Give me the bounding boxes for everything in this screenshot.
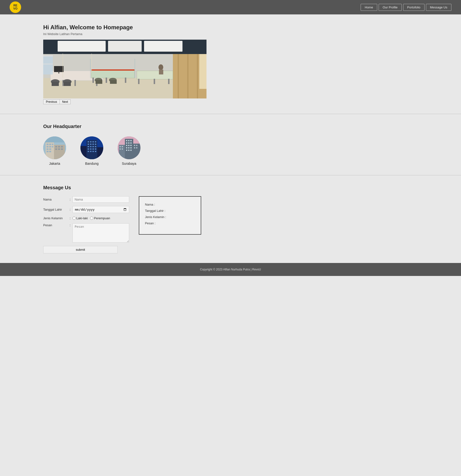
svg-rect-59 [49,151,51,152]
svg-rect-103 [126,145,127,146]
svg-rect-58 [47,151,49,152]
form-row-pesan: Pesan : [43,223,129,243]
hq-title: Our Headquarter [43,124,418,129]
svg-rect-30 [110,80,117,84]
svg-rect-120 [134,147,135,148]
carousel-image [43,40,207,98]
svg-rect-24 [106,77,107,83]
svg-rect-109 [126,150,127,151]
svg-rect-22 [91,70,134,78]
svg-rect-111 [130,150,132,151]
svg-rect-26 [91,69,134,71]
city-jakarta: Jakarta [43,136,66,165]
svg-rect-75 [88,144,89,145]
svg-rect-85 [92,148,94,150]
svg-rect-114 [120,146,121,147]
svg-rect-4 [144,41,183,52]
svg-rect-97 [126,140,127,141]
tanggal-colon: : [70,208,71,211]
carousel: Previous Next [43,40,207,104]
svg-rect-121 [136,147,137,148]
svg-rect-99 [130,140,132,141]
svg-rect-91 [80,146,86,159]
message-section: Message Us Nama : Tanggal Lahir : Jenis … [0,175,461,263]
laki-laki-radio[interactable] [73,217,76,220]
svg-rect-33 [154,79,155,84]
svg-rect-17 [52,82,59,86]
preview-pesan-label: Pesan : [145,220,195,227]
laki-laki-option[interactable]: Laki-laki [73,216,88,220]
carousel-prev-button[interactable]: Previous [43,99,60,104]
svg-rect-101 [128,142,129,144]
svg-rect-20 [54,66,64,72]
svg-rect-104 [128,145,129,146]
perempuan-radio[interactable] [90,217,93,220]
pesan-label: Pesan [43,223,70,227]
svg-rect-102 [130,142,132,144]
page-subtitle: Ini Website Latihan Pertama [43,32,418,36]
pesan-colon: : [70,223,71,227]
nama-input[interactable] [73,196,129,203]
svg-rect-3 [108,41,142,52]
svg-rect-119 [136,145,137,146]
message-title: Message Us [43,185,418,190]
nav-home[interactable]: Home [361,4,377,11]
svg-rect-21 [58,72,59,74]
svg-rect-32 [138,79,140,84]
perempuan-option[interactable]: Perempuan [90,216,110,220]
svg-rect-62 [61,146,63,147]
svg-rect-100 [126,142,127,144]
svg-rect-14 [75,80,76,86]
svg-rect-54 [49,146,51,147]
pesan-textarea[interactable] [73,223,129,243]
svg-rect-90 [95,151,96,152]
svg-rect-89 [92,151,94,152]
hero-section: Hi Alfian, Welcome to Homepage Ini Websi… [0,14,461,114]
svg-rect-40 [43,55,53,56]
footer: Copyright © 2023 Alfian Nurhuda Putra | … [0,263,461,276]
city-jakarta-image [43,136,66,159]
city-bandung-label: Bandung [85,162,99,165]
svg-rect-9 [197,54,198,98]
form-row-tanggal: Tanggal Lahir : [43,206,129,213]
svg-rect-106 [126,147,127,148]
svg-rect-35 [62,54,63,77]
svg-rect-61 [58,146,60,147]
form-row-nama: Nama : [43,196,129,203]
city-surabaya-label: Surabaya [122,162,136,165]
city-surabaya-image [118,136,141,159]
svg-rect-39 [43,55,53,75]
submit-row: submit [43,246,129,253]
city-surabaya: Surabaya [118,136,141,165]
svg-rect-76 [90,144,92,145]
footer-text: Copyright © 2023 Alfian Nurhuda Putra | … [200,268,261,271]
nav-message-us[interactable]: Message Us [426,4,451,11]
svg-rect-108 [130,147,132,148]
nav-our-profile[interactable]: Our Profile [379,4,402,11]
gender-radio-group: Laki-laki Perempuan [73,216,110,220]
svg-rect-71 [88,141,89,142]
svg-rect-88 [90,151,92,152]
logo[interactable]: RE VO [10,1,21,13]
message-form: Nama : Tanggal Lahir : Jenis Kelamin : L… [43,196,129,253]
submit-button[interactable]: submit [43,246,118,253]
nav-links: Home Our Profile Portofolio Message Us [361,4,451,11]
tanggal-input[interactable] [73,206,129,213]
svg-rect-37 [90,59,91,78]
svg-rect-41 [43,64,53,64]
nav-portofolio[interactable]: Portofolio [403,4,425,11]
svg-rect-110 [128,150,129,151]
city-jakarta-label: Jakarta [49,162,60,165]
svg-rect-87 [88,151,89,152]
svg-rect-63 [55,148,57,150]
preview-tanggal-label: Tanggal Lahir : [145,208,195,214]
hq-cities: Jakarta [43,136,418,165]
svg-rect-116 [120,148,121,150]
nama-colon: : [70,198,71,201]
tanggal-label: Tanggal Lahir [43,208,70,211]
carousel-controls: Previous Next [43,99,207,104]
form-row-jenis-kelamin: Jenis Kelamin : Laki-laki Perempuan [43,216,129,220]
svg-rect-31 [137,71,173,79]
carousel-next-button[interactable]: Next [59,99,71,104]
svg-rect-82 [95,146,96,147]
